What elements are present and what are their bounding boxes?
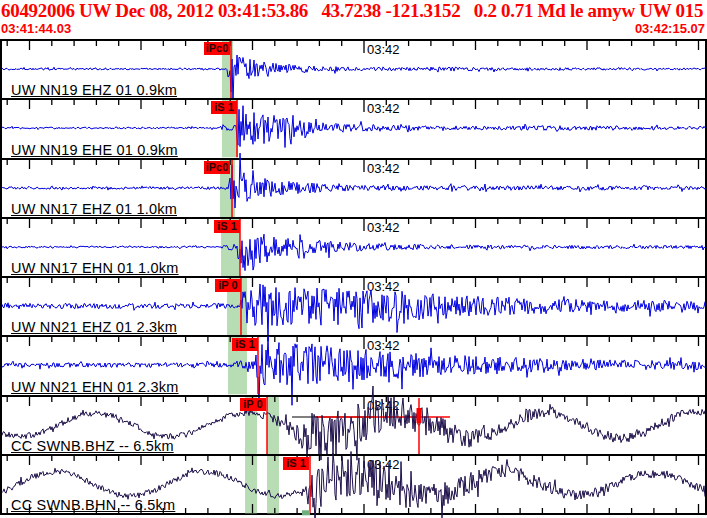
window-end-time: 03:42:15.07 <box>635 21 707 38</box>
pick-label-box[interactable]: iS 1 <box>232 338 258 351</box>
minute-time-label: 03:42 <box>367 101 400 116</box>
event-title-bar: 60492006 UW Dec 08, 2012 03:41:53.86 43.… <box>0 0 707 22</box>
time-window-bar: 03:41:44.03 03:42:15.07 <box>0 21 707 38</box>
pick-label-box[interactable]: iS 1 <box>211 101 237 114</box>
trace-row-uw-nn17[interactable]: 03:42iS 1UW NN17 EHN 01 1.0km <box>2 217 705 276</box>
trace-row-cc-swnb.bhz[interactable]: 03:42iP 0CC SWNB.BHZ -- 6.5km <box>2 395 705 454</box>
trace-station-label: UW NN17 EHN 01 1.0km <box>11 260 179 276</box>
event-summary-text: 60492006 UW Dec 08, 2012 03:41:53.86 43.… <box>0 0 694 21</box>
trace-station-label: UW NN21 EHZ 01 2.3km <box>11 319 177 335</box>
trace-row-uw-nn17[interactable]: 03:42iPc0UW NN17 EHZ 01 1.0km <box>2 158 705 217</box>
minute-time-label: 03:42 <box>367 42 400 57</box>
minute-time-label: 03:42 <box>367 338 400 353</box>
trace-station-label: UW NN19 EHZ 01 0.9km <box>11 82 177 98</box>
minute-time-label: 03:42 <box>367 279 400 294</box>
trace-station-label: UW NN17 EHZ 01 1.0km <box>11 201 177 217</box>
trace-row-uw-nn21[interactable]: 03:42iS 1UW NN21 EHN 01 2.3km <box>2 335 705 394</box>
bottom-second-ruler <box>2 503 705 513</box>
pick-label-box[interactable]: iS 1 <box>283 457 309 470</box>
event-pick-count: 5 <box>694 0 707 21</box>
seismogram-viewer-window: 60492006 UW Dec 08, 2012 03:41:53.86 43.… <box>0 0 707 518</box>
trace-station-label: UW NN21 EHN 01 2.3km <box>11 379 179 395</box>
coda-marker-handle[interactable] <box>417 408 422 423</box>
trace-station-label: UW NN19 EHE 01 0.9km <box>11 142 178 158</box>
trace-row-uw-nn21[interactable]: 03:42iP 0UW NN21 EHZ 01 2.3km <box>2 276 705 335</box>
trace-row-uw-nn19[interactable]: 03:42iPc0UW NN19 EHZ 01 0.9km <box>2 39 705 98</box>
pick-label-box[interactable]: iP 0 <box>240 398 266 411</box>
trace-row-uw-nn19[interactable]: 03:42iS 1UW NN19 EHE 01 0.9km <box>2 98 705 157</box>
pick-label-box[interactable]: iPc0 <box>204 161 230 174</box>
trace-station-label: CC SWNB.BHZ -- 6.5km <box>11 438 174 454</box>
pick-label-box[interactable]: iP 0 <box>215 279 241 292</box>
pick-label-box[interactable]: iS 1 <box>214 220 240 233</box>
seismogram-trace <box>2 153 705 208</box>
pick-label-box[interactable]: iPc0 <box>204 42 230 55</box>
minute-time-label: 03:42 <box>367 161 400 176</box>
trace-panel: 03:42iPc0UW NN19 EHZ 01 0.9km03:42iS 1UW… <box>0 39 707 515</box>
window-start-time: 03:41:44.03 <box>0 21 71 38</box>
minute-time-label: 03:42 <box>367 220 400 235</box>
